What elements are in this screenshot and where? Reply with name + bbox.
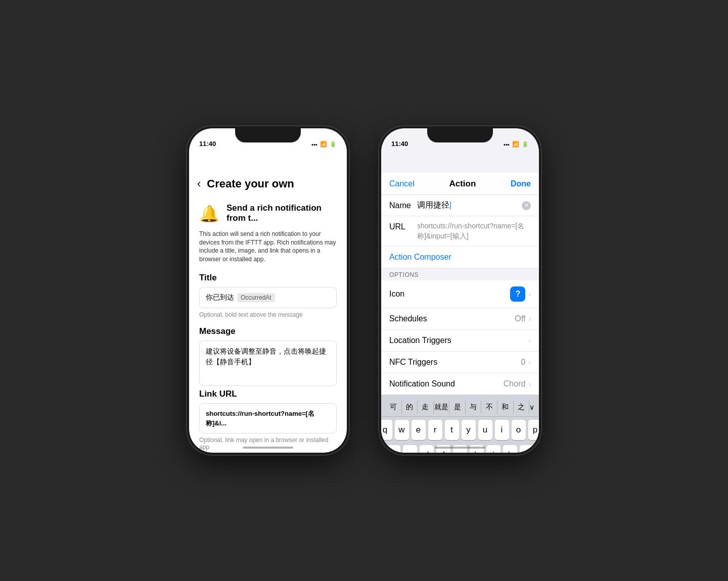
notification-title: Send a rich notification from t... bbox=[226, 203, 337, 224]
shortcuts-content: Name 调用捷径 ✕ URL shortcuts://run-shortcut… bbox=[381, 195, 539, 453]
right-wifi-icon: 📶 bbox=[512, 141, 519, 148]
key-l[interactable]: l bbox=[520, 445, 534, 453]
right-signal-icon: ▪▪▪ bbox=[504, 141, 510, 148]
ifttt-screen: 11:40 ▪▪▪ 📶 🔋 ‹ Create your own 🔔 Send a… bbox=[189, 128, 347, 453]
back-button[interactable]: ‹ bbox=[197, 177, 201, 190]
keyboard-row-1: q w e r t y u i o p bbox=[383, 420, 537, 440]
left-phone: 11:40 ▪▪▪ 📶 🔋 ‹ Create your own 🔔 Send a… bbox=[187, 126, 349, 455]
message-label: Message bbox=[199, 326, 337, 336]
title-field[interactable]: 你已到达 OccurredAt bbox=[199, 287, 337, 308]
options-header: OPTIONS bbox=[381, 268, 539, 280]
icon-option-row[interactable]: Icon ? › bbox=[381, 280, 539, 308]
link-url-field[interactable]: shortcuts://run-shortcut?name=[名称]&i... bbox=[199, 403, 337, 433]
key-i[interactable]: i bbox=[495, 420, 509, 440]
schedules-chevron: › bbox=[528, 315, 531, 323]
key-q[interactable]: q bbox=[381, 420, 392, 440]
signal-icon: ▪▪▪ bbox=[311, 141, 317, 148]
key-y[interactable]: y bbox=[462, 420, 476, 440]
suggestion-zou[interactable]: 走 bbox=[418, 401, 434, 414]
nfc-triggers-value: 0 bbox=[521, 358, 525, 367]
shortcuts-nav: Cancel Action Done bbox=[381, 173, 539, 195]
schedules-option-right: Off › bbox=[515, 314, 531, 323]
nfc-triggers-label: NFC Triggers bbox=[389, 358, 521, 367]
notification-desc: This action will send a rich notificatio… bbox=[199, 230, 337, 264]
icon-badge: ? bbox=[510, 286, 525, 302]
right-battery-icon: 🔋 bbox=[522, 141, 529, 148]
right-time: 11:40 bbox=[391, 140, 408, 148]
name-label: Name bbox=[389, 201, 417, 210]
bell-icon: 🔔 bbox=[199, 204, 219, 223]
key-p[interactable]: p bbox=[528, 420, 539, 440]
left-status-icons: ▪▪▪ 📶 🔋 bbox=[311, 141, 337, 148]
shortcuts-screen: 11:40 ▪▪▪ 📶 🔋 Cancel Action Done Name 调用… bbox=[381, 128, 539, 453]
keyboard-suggestions: 可 的 走 就是 是 与 不 和 之 ∨ bbox=[383, 398, 537, 417]
notification-sound-value: Chord bbox=[504, 379, 526, 389]
title-field-text: 你已到达 bbox=[206, 293, 234, 302]
notification-header: 🔔 Send a rich notification from t... bbox=[199, 203, 337, 224]
suggestion-ke[interactable]: 可 bbox=[386, 401, 402, 414]
left-phone-inner: 11:40 ▪▪▪ 📶 🔋 ‹ Create your own 🔔 Send a… bbox=[189, 128, 347, 453]
done-button[interactable]: Done bbox=[511, 179, 531, 188]
left-time: 11:40 bbox=[199, 140, 216, 148]
wifi-icon: 📶 bbox=[320, 141, 327, 148]
right-status-icons: ▪▪▪ 📶 🔋 bbox=[504, 141, 529, 148]
schedules-value: Off bbox=[515, 314, 525, 323]
notification-sound-right: Chord › bbox=[504, 379, 531, 389]
url-value: shortcuts://run-shortcut?name=[名称]&input… bbox=[417, 221, 531, 241]
key-e[interactable]: e bbox=[412, 420, 426, 440]
title-label: Title bbox=[199, 273, 337, 283]
suggestion-jiushi[interactable]: 就是 bbox=[434, 401, 450, 414]
title-hint: Optional, bold text above the message bbox=[199, 311, 337, 318]
key-t[interactable]: t bbox=[445, 420, 459, 440]
notch bbox=[235, 128, 301, 142]
suggestion-de[interactable]: 的 bbox=[402, 401, 418, 414]
location-triggers-option-row[interactable]: Location Triggers › bbox=[381, 330, 539, 352]
name-row[interactable]: Name 调用捷径 ✕ bbox=[381, 195, 539, 216]
right-phone-inner: 11:40 ▪▪▪ 📶 🔋 Cancel Action Done Name 调用… bbox=[381, 128, 539, 453]
message-field[interactable]: 建议将设备调整至静音，点击将唤起捷径【静音手机】 bbox=[199, 341, 337, 386]
icon-option-right: ? › bbox=[510, 286, 531, 302]
key-j[interactable]: j bbox=[486, 445, 500, 453]
page-title: Create your own bbox=[207, 177, 294, 190]
name-input[interactable]: 调用捷径 bbox=[417, 200, 522, 211]
right-home-indicator bbox=[435, 447, 485, 449]
suggestion-shi[interactable]: 是 bbox=[449, 401, 466, 414]
nfc-triggers-chevron: › bbox=[528, 358, 531, 366]
key-a[interactable]: a bbox=[386, 445, 400, 453]
link-url-label: Link URL bbox=[199, 389, 337, 399]
keyboard[interactable]: 可 的 走 就是 是 与 不 和 之 ∨ q w bbox=[381, 395, 539, 453]
url-label: URL bbox=[389, 221, 417, 231]
nav-title: Action bbox=[449, 179, 476, 189]
occurred-at-chip[interactable]: OccurredAt bbox=[237, 293, 275, 302]
key-k[interactable]: k bbox=[503, 445, 517, 453]
schedules-option-label: Schedules bbox=[389, 314, 515, 323]
suggestion-zhi[interactable]: 之 bbox=[514, 401, 530, 414]
suggestion-yu[interactable]: 与 bbox=[466, 401, 482, 414]
url-row: URL shortcuts://run-shortcut?name=[名称]&i… bbox=[381, 216, 539, 247]
key-s[interactable]: s bbox=[403, 445, 417, 453]
nfc-triggers-option-row[interactable]: NFC Triggers 0 › bbox=[381, 352, 539, 373]
clear-button[interactable]: ✕ bbox=[522, 201, 531, 210]
key-u[interactable]: u bbox=[478, 420, 492, 440]
home-indicator bbox=[243, 447, 293, 449]
suggestion-expand[interactable]: ∨ bbox=[529, 401, 534, 413]
notification-sound-label: Notification Sound bbox=[389, 379, 504, 389]
icon-chevron: › bbox=[528, 290, 531, 298]
nfc-triggers-right: 0 › bbox=[521, 358, 531, 367]
location-triggers-chevron: › bbox=[528, 336, 531, 345]
suggestion-he[interactable]: 和 bbox=[497, 401, 514, 414]
key-d[interactable]: d bbox=[420, 445, 434, 453]
notification-sound-option-row[interactable]: Notification Sound Chord › bbox=[381, 373, 539, 395]
key-w[interactable]: w bbox=[395, 420, 409, 440]
cancel-button[interactable]: Cancel bbox=[389, 179, 415, 188]
ifttt-nav: ‹ Create your own bbox=[189, 173, 347, 195]
link-url-text: shortcuts://run-shortcut?name=[名称]&i... bbox=[206, 410, 314, 427]
key-o[interactable]: o bbox=[512, 420, 526, 440]
message-text: 建议将设备调整至静音，点击将唤起捷径【静音手机】 bbox=[206, 346, 330, 367]
schedules-option-row[interactable]: Schedules Off › bbox=[381, 308, 539, 330]
key-r[interactable]: r bbox=[428, 420, 442, 440]
right-notch bbox=[427, 128, 493, 142]
action-composer-link[interactable]: Action Composer bbox=[381, 247, 539, 268]
ifttt-content: 🔔 Send a rich notification from t... Thi… bbox=[189, 195, 347, 453]
suggestion-bu[interactable]: 不 bbox=[481, 401, 497, 414]
